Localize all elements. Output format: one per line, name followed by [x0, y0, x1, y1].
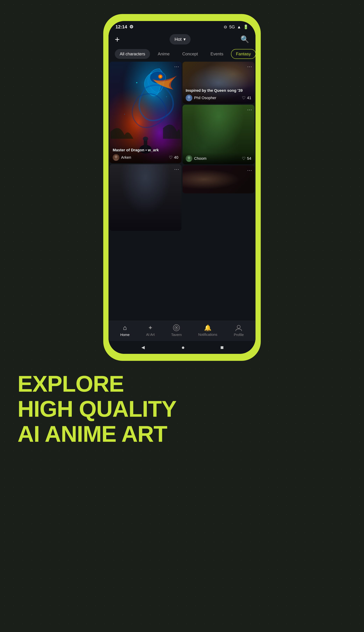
svg-point-76: [237, 325, 240, 329]
cat-likes: ♡ 54: [242, 156, 251, 161]
nav-tavern[interactable]: Tavern: [171, 324, 182, 337]
spaceship-card-author: Phil Osopher: [186, 95, 216, 101]
spaceship-card-author-row: Phil Osopher ♡ 41: [186, 95, 251, 101]
choom-name: Choom: [194, 156, 206, 161]
sort-dropdown[interactable]: Hot ▾: [170, 34, 190, 45]
network-label: 5G: [229, 25, 235, 30]
warrior-card-more[interactable]: ···: [174, 166, 180, 172]
svg-point-11: [124, 114, 125, 115]
notifications-icon: 🔔: [204, 324, 212, 331]
svg-point-13: [114, 155, 118, 158]
dragon-card-author-row: Arken ♡ 40: [113, 154, 178, 161]
arken-avatar: [113, 154, 119, 161]
cat-card-info: Choom ♡ 54: [182, 152, 254, 164]
left-column: ··· Master of Dragon • w_ark: [110, 62, 182, 321]
battery-icon: 🔋: [243, 25, 248, 30]
anime-bottom-card[interactable]: ···: [182, 165, 254, 193]
cat-like-count: 54: [247, 156, 251, 161]
content-area: ··· Master of Dragon • w_ark: [108, 62, 256, 321]
bottom-nav: ⌂ Home ✦ AI Art Tavern 🔔: [108, 321, 256, 341]
dnd-icon: ⊖: [224, 25, 227, 30]
explore-line1: EXPLORE: [18, 371, 346, 396]
chevron-down-icon: ▾: [184, 37, 186, 42]
signal-icon: ▲: [237, 25, 241, 30]
svg-point-75: [176, 327, 177, 329]
anime-bottom-card-more[interactable]: ···: [247, 167, 252, 173]
back-button[interactable]: ◄: [140, 344, 146, 351]
tab-all-characters-label: All characters: [120, 52, 145, 56]
phil-avatar: [186, 95, 192, 101]
tab-concept[interactable]: Concept: [177, 49, 203, 59]
warrior-visual: [110, 164, 182, 231]
svg-point-5: [160, 76, 162, 78]
explore-line2: HIGH QUALITY: [18, 396, 346, 421]
status-time-area: 12:14 ⚙: [116, 24, 133, 30]
svg-point-9: [136, 82, 138, 83]
tavern-icon: [173, 324, 180, 332]
heart-icon-2: ♡: [242, 96, 246, 100]
dragon-likes: ♡ 40: [169, 155, 178, 160]
gear-icon: ⚙: [129, 24, 133, 30]
svg-point-8: [143, 137, 148, 141]
tab-all-characters[interactable]: All characters: [115, 49, 150, 59]
right-column: ··· Inspired by the Queen song '39: [182, 62, 254, 321]
cat-card-author-row: Choom ♡ 54: [186, 155, 251, 162]
tab-events[interactable]: Events: [206, 49, 228, 59]
cat-card-author: Choom: [186, 155, 206, 162]
svg-point-67: [188, 156, 190, 159]
warrior-card[interactable]: ···: [110, 164, 182, 231]
dragon-card-author: Arken: [113, 154, 131, 161]
nav-notifications[interactable]: 🔔 Notifications: [198, 324, 217, 337]
phone-outer: 12:14 ⚙ ⊖ 5G ▲ 🔋 + Hot ▾ 🔍: [103, 14, 261, 361]
cat-card[interactable]: ···: [182, 105, 254, 164]
search-button[interactable]: 🔍: [240, 35, 249, 44]
tab-anime-label: Anime: [158, 52, 170, 56]
spaceship-card-title: Inspired by the Queen song '39: [186, 88, 251, 93]
phil-name: Phil Osopher: [194, 96, 216, 100]
anime-bottom-visual: [182, 165, 254, 193]
status-bar: 12:14 ⚙ ⊖ 5G ▲ 🔋: [108, 21, 256, 31]
tab-concept-label: Concept: [182, 52, 198, 56]
home-button[interactable]: ●: [182, 344, 185, 351]
phone-inner: 12:14 ⚙ ⊖ 5G ▲ 🔋 + Hot ▾ 🔍: [108, 21, 256, 354]
card-grid: ··· Master of Dragon • w_ark: [108, 62, 256, 321]
dragon-card-info: Master of Dragon • w_ark: [110, 145, 182, 163]
nav-profile-label: Profile: [234, 333, 244, 337]
spaceship-card-info: Inspired by the Queen song '39: [182, 86, 254, 104]
explore-line3: AI ANIME ART: [18, 421, 346, 447]
heart-icon: ♡: [169, 155, 173, 160]
spaceship-card-more[interactable]: ···: [247, 64, 252, 69]
profile-icon: [235, 324, 242, 332]
tab-fantasy-label: Fantasy: [236, 52, 251, 56]
svg-point-10: [166, 96, 167, 97]
nav-home[interactable]: ⌂ Home: [120, 324, 130, 337]
home-icon: ⌂: [123, 324, 127, 332]
filter-tabs: All characters Anime Concept Events Fant…: [108, 47, 256, 62]
nav-tavern-label: Tavern: [171, 333, 182, 337]
dragon-card[interactable]: ··· Master of Dragon • w_ark: [110, 62, 182, 163]
arken-name: Arken: [121, 155, 131, 160]
spaceship-card[interactable]: ··· Inspired by the Queen song '39: [182, 62, 254, 104]
dragon-card-more[interactable]: ···: [174, 64, 180, 69]
tab-events-label: Events: [210, 52, 223, 56]
nav-profile[interactable]: Profile: [234, 324, 244, 337]
choom-avatar: [186, 155, 192, 162]
sort-label: Hot: [174, 37, 182, 42]
header: + Hot ▾ 🔍: [108, 31, 256, 47]
tab-fantasy[interactable]: Fantasy: [231, 49, 256, 59]
dragon-like-count: 40: [174, 155, 178, 160]
nav-home-label: Home: [120, 333, 130, 337]
status-time: 12:14: [116, 24, 127, 30]
cat-card-more[interactable]: ···: [247, 107, 252, 112]
recents-button[interactable]: ■: [220, 344, 224, 351]
nav-notifications-label: Notifications: [198, 333, 217, 337]
tab-anime[interactable]: Anime: [153, 49, 174, 59]
spaceship-likes: ♡ 41: [242, 96, 251, 100]
nav-ai-art[interactable]: ✦ AI Art: [146, 324, 155, 337]
page-wrapper: 12:14 ⚙ ⊖ 5G ▲ 🔋 + Hot ▾ 🔍: [0, 0, 364, 461]
heart-icon-3: ♡: [242, 156, 246, 161]
add-button[interactable]: +: [115, 35, 120, 44]
system-nav: ◄ ● ■: [108, 341, 256, 354]
dragon-card-title: Master of Dragon • w_ark: [113, 148, 178, 152]
explore-section: EXPLORE HIGH QUALITY AI ANIME ART: [0, 361, 364, 461]
